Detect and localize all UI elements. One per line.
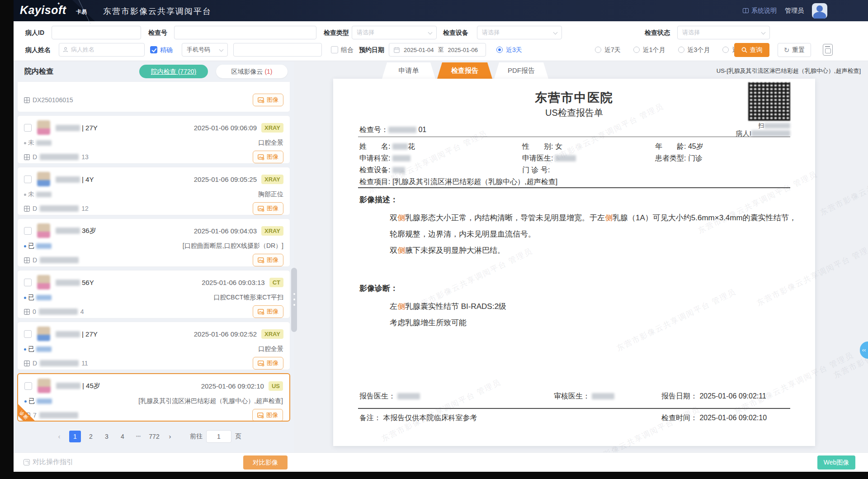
exam-card-meta: 2025-01-06 09:03:13CT [202, 278, 283, 287]
patient-age-label: | 27Y [82, 124, 98, 132]
quick-range-option[interactable]: 近1个月 [633, 43, 665, 57]
exam-card-row-main: | 4Y2025-01-06 09:05:25XRAY [24, 172, 283, 186]
image-button[interactable]: 图像 [253, 357, 283, 370]
exam-list-item[interactable]: 56Y2025-01-06 09:03:13CT已口腔CBCT锥形束CT平扫04… [17, 270, 290, 318]
exam-card-row-main: | 45岁2025-01-06 09:02:10US [24, 379, 283, 393]
exam-time: 检查时间： 2025-01-06 09:02:10 [661, 413, 767, 423]
report-diagnosis-line: 左侧乳腺囊实性结节 BI-RADS:2级 [390, 299, 797, 315]
exam-type-select[interactable]: 请选择 [352, 26, 437, 39]
patient-age-label: | 27Y [82, 330, 98, 338]
patient-avatar [37, 327, 50, 341]
exam-description: 口腔CBCT锥形束CT平扫 [213, 294, 283, 302]
tab-pdf-report[interactable]: PDF报告 [494, 62, 548, 79]
field-name: 姓 名: 花 [359, 142, 415, 152]
exam-list-item[interactable]: | 4Y2025-01-06 09:05:25XRAY未胸部正位D12图像 [17, 167, 290, 215]
quick-range-label: 近3个月 [688, 46, 710, 53]
accession-visible-prefix: D [33, 205, 37, 212]
search-button[interactable]: 查询 [734, 43, 769, 57]
accession-visible-prefix: D [33, 256, 37, 264]
pagination-page[interactable]: 3 [101, 431, 113, 442]
exam-type-label: 检查类型 [324, 26, 349, 39]
compare-guide-label: 对比操作指引 [33, 458, 73, 466]
quick-range-option[interactable]: 近3个月 [678, 43, 710, 57]
exam-list-item[interactable]: | 27Y2025-01-06 09:02:52XRAY已口腔全景D11图像 [17, 322, 290, 370]
exam-card-row-status: 已[乳腺及其引流区淋巴结彩超（乳腺中心）,超声检查] [24, 397, 283, 405]
field-req-doctor: 申请医生: [522, 154, 576, 163]
exam-no-input[interactable] [174, 26, 316, 39]
pagination-page[interactable]: 772 [148, 431, 160, 442]
sidebar-drag-handle[interactable] [291, 268, 297, 332]
report-text-segment: 双 [390, 246, 397, 255]
quick-range-option[interactable]: 近7天 [595, 43, 621, 57]
exam-card-row-accession: DX250106015图像 [24, 94, 283, 107]
image-button-label: 图像 [267, 96, 278, 104]
exam-list-item[interactable]: | 27Y2025-01-06 09:06:09XRAY未口腔全景D13图像 [17, 115, 290, 164]
highlighted-keyword: 侧 [605, 213, 613, 222]
system-help-link[interactable]: 系统说明 [743, 7, 777, 15]
image-button[interactable]: 图像 [253, 94, 283, 106]
tab-exam-report[interactable]: 检查报告 [437, 62, 492, 79]
pagination-page[interactable]: 4 [117, 431, 128, 442]
combo-checkbox[interactable] [331, 46, 338, 53]
exact-checkbox[interactable] [150, 46, 157, 53]
image-button-label: 图像 [267, 204, 278, 213]
item-checkbox[interactable] [24, 330, 32, 338]
status-dot-icon [24, 400, 27, 403]
exam-datetime: 2025-01-06 09:02:10 [201, 382, 264, 390]
item-checkbox[interactable] [24, 227, 32, 235]
web-image-button[interactable]: Web图像 [817, 455, 855, 470]
exam-card-row-main: 56Y2025-01-06 09:03:13CT [24, 275, 283, 289]
item-checkbox[interactable] [24, 279, 32, 286]
item-checkbox[interactable] [24, 382, 32, 390]
image-button[interactable]: 图像 [253, 151, 283, 163]
item-checkbox[interactable] [24, 124, 32, 132]
field-dept: 申请科室: [359, 154, 410, 163]
redacted-status [36, 140, 52, 146]
status-prefix: 已 [28, 345, 34, 353]
phone-type-select[interactable]: 手机号码 [182, 43, 228, 57]
exam-card-meta: 2025-01-06 09:04:03XRAY [194, 226, 283, 236]
image-button[interactable]: 图像 [253, 254, 283, 266]
date-range-picker[interactable]: 2025-01-04 至 2025-01-06 [389, 43, 486, 57]
compare-guide-link[interactable]: 对比操作指引 [24, 458, 73, 466]
patient-age-label: | 4Y [82, 175, 94, 183]
report-status: 已 [24, 294, 52, 302]
pagination-prev[interactable]: ‹ [53, 431, 65, 442]
avatar[interactable] [812, 3, 827, 19]
pagination-next[interactable]: › [164, 431, 176, 442]
filter-panel: 病人ID 检查号 检查类型 请选择 检查设备 请选择 检查状态 请选择 病人姓名… [14, 21, 868, 61]
pagination: ‹1234•••772›前往页 [14, 430, 294, 443]
tab-application-form[interactable]: 申请单 [382, 62, 435, 79]
tab-region-cloud[interactable]: 区域影像云 (1) [216, 65, 288, 78]
redacted-text [40, 257, 79, 263]
item-checkbox[interactable] [24, 175, 32, 183]
tab-hospital-exams[interactable]: 院内检查 (7720) [139, 65, 208, 78]
exam-list-item[interactable]: 36岁2025-01-06 09:04:03XRAY已[口腔曲面断层,口腔X线摄… [17, 218, 290, 267]
accession-number: D11 [24, 360, 88, 367]
image-button[interactable]: 图像 [253, 305, 283, 318]
image-button[interactable]: 图像 [253, 202, 283, 215]
image-button[interactable]: 图像 [252, 409, 283, 422]
chevron-down-icon [428, 30, 433, 35]
top-navbar: ✦ Kayisoft 卡易 东营市影像云共享调阅平台 系统说明 管理员 [0, 0, 868, 21]
exam-list-item[interactable]: | 45岁2025-01-06 09:02:10US已[乳腺及其引流区淋巴结彩超… [17, 373, 290, 422]
accession-visible-prefix: 0 [33, 308, 36, 315]
patient-id-input[interactable] [52, 26, 141, 39]
exam-list-item-partial[interactable]: DX250106015图像 [17, 81, 290, 112]
reset-button[interactable]: ↻ 重置 [778, 43, 811, 57]
phone-input[interactable] [233, 43, 322, 57]
exam-status-select[interactable]: 请选择 [677, 26, 770, 39]
pagination-page[interactable]: 1 [69, 431, 81, 442]
quick-range-selected[interactable]: 近3天 [496, 43, 522, 57]
card-view-toggle-icon[interactable] [823, 44, 833, 56]
goto-page-input[interactable] [206, 430, 231, 443]
exam-device-select[interactable]: 请选择 [477, 26, 562, 39]
report-text-segment: 腋下未探及明显肿大淋巴结。 [405, 246, 505, 255]
search-label: 查询 [750, 46, 763, 54]
chevron-down-icon [761, 30, 766, 35]
compare-images-button[interactable]: 对比影像 [243, 455, 288, 470]
diag-section-title: 影像诊断： [359, 283, 398, 294]
field-outpatient-no: 门 诊 号: [522, 166, 550, 175]
patient-name-input[interactable]: 病人姓名 [59, 43, 145, 57]
pagination-page[interactable]: 2 [85, 431, 97, 442]
